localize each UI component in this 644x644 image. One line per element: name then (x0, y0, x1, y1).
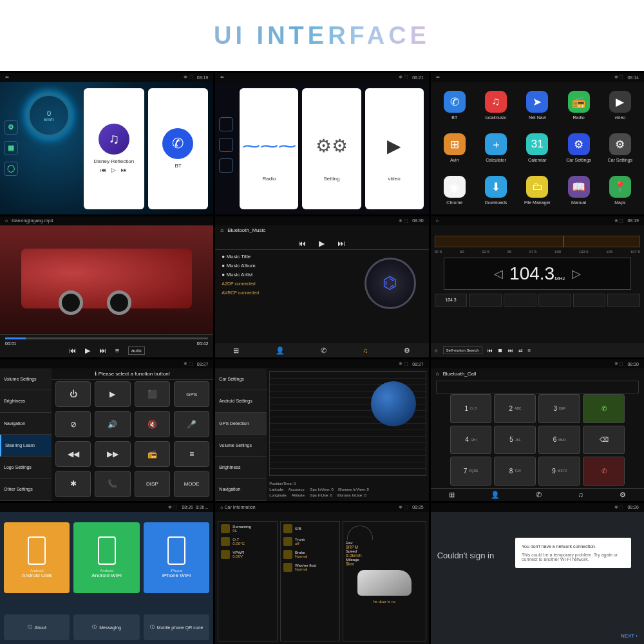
next-icon[interactable]: ⏭ (99, 346, 106, 355)
swc-button[interactable]: GPS (174, 381, 209, 407)
menu-item[interactable]: GPS Detection (215, 413, 267, 435)
preset-button[interactable] (573, 294, 606, 307)
app-localmusic[interactable]: ♫localmusic (476, 86, 516, 126)
history-tab[interactable]: ✆ (536, 491, 542, 499)
video-tile[interactable]: ▶video (365, 88, 424, 209)
prev-button[interactable]: ⏮ (298, 239, 306, 248)
next-icon[interactable]: ⏭ (121, 167, 127, 173)
contacts-tab[interactable]: 👤 (276, 346, 285, 355)
app-manual[interactable]: 📖Manual (558, 171, 598, 211)
app-calculator[interactable]: ＋Calculator (476, 128, 516, 168)
app-bt[interactable]: ✆BT (435, 86, 475, 126)
play-icon[interactable]: ▶ (85, 346, 90, 355)
history-tab[interactable]: ✆ (321, 346, 327, 355)
bt-card[interactable]: ✆ BT (148, 88, 209, 209)
auto-button[interactable]: auto (128, 346, 145, 355)
dial-key[interactable]: 1O_O (450, 394, 492, 423)
dial-key[interactable]: 6MNO (538, 426, 580, 455)
preset-button[interactable] (538, 294, 571, 307)
app-car-settings[interactable]: ⚙Car Settings (558, 128, 598, 168)
app-radio[interactable]: 📻Radio (558, 86, 598, 126)
app-file-manager[interactable]: 🗀File Manager (517, 171, 557, 211)
settings-tab[interactable]: ⚙ (620, 491, 626, 499)
preset-button[interactable]: 104.3 (435, 294, 468, 307)
preset-button[interactable] (469, 294, 502, 307)
menu-item[interactable]: Navigation (0, 413, 52, 435)
swc-button[interactable]: ≡ (174, 441, 209, 467)
swc-button[interactable]: MODE (174, 471, 209, 497)
dial-key[interactable]: ✆ (583, 457, 625, 486)
dial-key[interactable]: 8TUV (494, 457, 536, 486)
dial-key[interactable]: 5JKL (494, 426, 536, 455)
seek-bar[interactable] (5, 337, 208, 339)
swc-button[interactable]: 📞 (95, 471, 130, 497)
swc-button[interactable]: ✱ (55, 471, 91, 497)
home-icon[interactable]: ⌂ (435, 348, 438, 354)
prev-icon[interactable]: ⏮ (69, 346, 76, 355)
dial-key[interactable]: 7PQRS (450, 457, 492, 486)
menu-item[interactable]: Logo Settings (0, 457, 52, 478)
menu-item[interactable]: Car Settings (215, 368, 267, 390)
swc-button[interactable]: 📻 (135, 441, 170, 467)
swc-button[interactable]: ▶▶ (95, 441, 130, 467)
settings-tab[interactable]: ⚙ (404, 346, 410, 355)
dial-key[interactable]: 2ABC (494, 394, 536, 423)
band-icon[interactable]: ⇄ (518, 348, 523, 354)
apps-icon[interactable] (219, 138, 233, 152)
menu-item[interactable]: Steering Learn (0, 435, 52, 457)
next-button[interactable]: NEXT › (621, 633, 638, 639)
play-icon[interactable]: ▷ (111, 167, 116, 173)
app-car-settings[interactable]: ⚙Car Settings (600, 128, 640, 168)
voice-icon[interactable] (219, 158, 233, 173)
next-button[interactable]: ⏭ (337, 239, 345, 248)
app-chrome[interactable]: ◉Chrome (435, 171, 475, 211)
tuning-scale[interactable] (435, 236, 640, 247)
link-tile[interactable]: AndroidAndroid WIFI (73, 522, 139, 593)
dial-key[interactable]: 4GHI (450, 426, 492, 455)
dial-key[interactable]: ⌫ (583, 426, 625, 455)
bottom-button[interactable]: ⓘAbout (4, 614, 70, 640)
settings-tile[interactable]: ⚙⚙Setting (302, 88, 361, 209)
link-tile[interactable]: iPhoneiPhone WIFI (144, 522, 209, 593)
dial-key[interactable]: 3DEF (538, 394, 580, 423)
tune-down-icon[interactable]: ◁ (494, 267, 503, 281)
dial-key[interactable]: 9WXYZ (538, 457, 580, 486)
eq-icon[interactable]: ≡ (528, 348, 531, 354)
app-video[interactable]: ▶video (600, 86, 640, 126)
home-icon[interactable]: ⌂ (436, 371, 439, 377)
next-icon[interactable]: ⏭ (508, 348, 513, 354)
music-card[interactable]: ♫ Disney-Reflection ⏮▷⏭ (84, 88, 144, 209)
swc-button[interactable]: ◀◀ (55, 441, 91, 467)
home-icon[interactable]: ⌂ (220, 227, 223, 233)
bottom-button[interactable]: ⓘMessaging (73, 614, 139, 640)
app-maps[interactable]: 📍Maps (600, 171, 640, 211)
tune-up-icon[interactable]: ▷ (572, 267, 581, 281)
swc-button[interactable]: DISP (135, 471, 170, 497)
radio-tile[interactable]: ⁓⁓⁓Radio (240, 88, 298, 209)
list-icon[interactable]: ≡ (115, 346, 119, 355)
settings-icon[interactable] (219, 117, 233, 131)
contacts-tab[interactable]: 👤 (491, 491, 500, 499)
apps-icon[interactable]: ▦ (4, 141, 18, 155)
swc-button[interactable]: 🔇 (135, 411, 170, 437)
stop-icon[interactable]: ⏹ (498, 348, 503, 354)
link-tile[interactable]: AndroidAndroid USB (4, 522, 70, 593)
menu-item[interactable]: Volume Settings (0, 368, 52, 390)
menu-item[interactable]: Other Settings (0, 478, 52, 500)
voice-icon[interactable]: ◯ (4, 162, 18, 176)
preset-button[interactable] (607, 294, 640, 307)
music-tab[interactable]: ♫ (363, 346, 368, 354)
dialer-tab[interactable]: ⊞ (449, 491, 455, 499)
swc-button[interactable]: ⊘ (55, 411, 91, 437)
swc-button[interactable]: ▶ (95, 381, 130, 407)
settings-icon[interactable]: ⚙ (4, 120, 18, 135)
music-tab[interactable]: ♫ (578, 491, 583, 498)
menu-item[interactable]: Navigation (215, 478, 267, 500)
prev-icon[interactable]: ⏮ (100, 167, 106, 173)
search-button[interactable]: Self-motion Search (443, 346, 482, 354)
menu-item[interactable]: Android Settings (215, 390, 267, 412)
menu-item[interactable]: Brightness (0, 390, 52, 412)
swc-button[interactable]: ⏻ (55, 381, 91, 407)
swc-button[interactable]: 🔊 (95, 411, 130, 437)
menu-item[interactable]: Volume Settings (215, 435, 267, 457)
